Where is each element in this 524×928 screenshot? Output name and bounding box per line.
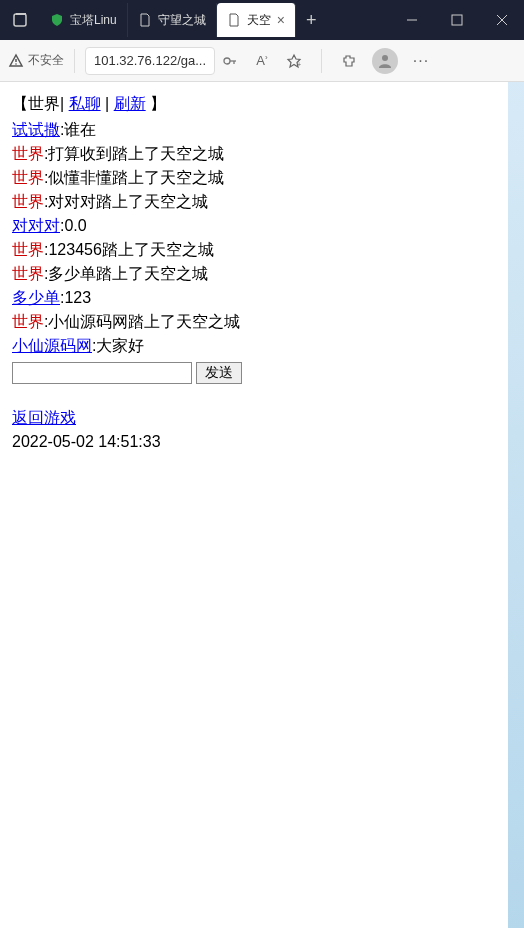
svg-point-7 [15,63,17,65]
svg-rect-3 [452,15,462,25]
user-link[interactable]: 对对对 [12,217,60,234]
url-text: 101.32.76.122/ga... [94,53,206,68]
chat-messages: 试试撒:谁在世界:打算收到踏上了天空之城世界:似懂非懂踏上了天空之城世界:对对对… [12,118,496,358]
new-tab-button[interactable]: + [296,10,327,31]
address-bar: 不安全 101.32.76.122/ga... A› + ··· [0,40,524,82]
user-link[interactable]: 小仙源码网 [12,337,92,354]
chat-message: 世界:123456踏上了天空之城 [12,238,496,262]
world-label: 世界 [12,193,44,210]
chat-message: 世界:多少单踏上了天空之城 [12,262,496,286]
chat-message: 世界:似懂非懂踏上了天空之城 [12,166,496,190]
message-text: 123 [64,289,91,306]
close-button[interactable] [479,0,524,40]
favorite-icon[interactable]: + [285,52,303,70]
world-label: 世界 [12,145,44,162]
chat-message: 试试撒:谁在 [12,118,496,142]
warning-icon [8,53,24,69]
message-text: 123456踏上了天空之城 [48,241,213,258]
private-chat-link[interactable]: 私聊 [69,95,101,112]
tab-label: 宝塔Linu [70,12,117,29]
avatar[interactable] [372,48,398,74]
person-icon [377,53,393,69]
tab-label: 守望之城 [158,12,206,29]
svg-point-8 [224,58,230,64]
chat-message: 多少单:123 [12,286,496,310]
svg-rect-1 [16,13,26,15]
message-text: 似懂非懂踏上了天空之城 [48,169,224,186]
insecure-label: 不安全 [28,52,64,69]
refresh-link[interactable]: 刷新 [114,95,146,112]
address-bar-icons: A› + ··· [221,48,430,74]
right-decoration-strip [508,82,524,928]
svg-point-12 [382,55,388,61]
chat-message: 对对对:0.0 [12,214,496,238]
message-text: 大家好 [96,337,144,354]
shield-icon [50,13,64,27]
text-size-icon[interactable]: A› [253,52,271,70]
url-input[interactable]: 101.32.76.122/ga... [85,47,215,75]
chat-message: 世界:打算收到踏上了天空之城 [12,142,496,166]
send-button[interactable]: 发送 [196,362,242,384]
world-label: 世界 [12,169,44,186]
minimize-button[interactable] [389,0,434,40]
chat-message: 世界:小仙源码网踏上了天空之城 [12,310,496,334]
tab-shouwang[interactable]: 守望之城 [128,3,217,37]
world-label: 世界 [12,241,44,258]
tab-tiankong[interactable]: 天空 × [217,3,296,37]
world-label: 世界 [12,265,44,282]
message-text: 0.0 [64,217,86,234]
user-link[interactable]: 多少单 [12,289,60,306]
header-suffix: 】 [150,95,166,112]
chat-input-row: 发送 [12,362,496,384]
svg-rect-0 [14,14,26,26]
menu-icon[interactable]: ··· [412,52,430,70]
message-text: 谁在 [64,121,96,138]
browser-titlebar: 宝塔Linu 守望之城 天空 × + [0,0,524,40]
back-game-link[interactable]: 返回游戏 [12,409,76,426]
message-text: 打算收到踏上了天空之城 [48,145,224,162]
message-text: 多少单踏上了天空之城 [48,265,208,282]
chat-input[interactable] [12,362,192,384]
world-label: 世界 [28,95,60,112]
header-prefix: 【 [12,95,28,112]
message-text: 小仙源码网踏上了天空之城 [48,313,240,330]
maximize-button[interactable] [434,0,479,40]
header-sep: | [60,95,64,112]
divider [321,49,322,73]
window-controls [389,0,524,40]
tab-label: 天空 [247,12,271,29]
tab-baota[interactable]: 宝塔Linu [40,3,128,37]
close-icon[interactable]: × [277,12,285,28]
timestamp: 2022-05-02 14:51:33 [12,430,496,454]
chat-message: 世界:对对对踏上了天空之城 [12,190,496,214]
message-text: 对对对踏上了天空之城 [48,193,208,210]
key-icon[interactable] [221,52,239,70]
divider [74,49,75,73]
world-label: 世界 [12,313,44,330]
user-link[interactable]: 试试撒 [12,121,60,138]
extensions-icon[interactable] [340,52,358,70]
header-sep: | [105,95,109,112]
tab-strip: 宝塔Linu 守望之城 天空 × + [0,0,389,40]
chat-message: 小仙源码网:大家好 [12,334,496,358]
svg-text:+: + [297,61,301,68]
page-icon [227,13,241,27]
page-icon [138,13,152,27]
chat-header: 【世界| 私聊 | 刷新 】 [12,92,496,116]
security-indicator[interactable]: 不安全 [8,52,64,69]
page-content: 【世界| 私聊 | 刷新 】 试试撒:谁在世界:打算收到踏上了天空之城世界:似懂… [0,82,508,928]
tabs-overview-icon[interactable] [0,12,40,28]
